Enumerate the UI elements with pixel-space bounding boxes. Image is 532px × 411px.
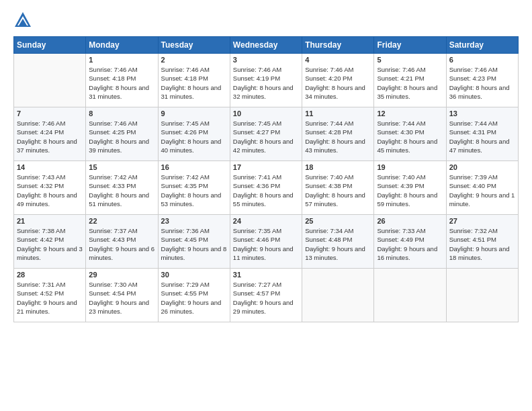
day-info: Sunrise: 7:38 AMSunset: 4:42 PMDaylight:… [17, 226, 83, 262]
calendar-cell: 27Sunrise: 7:32 AMSunset: 4:51 PMDayligh… [446, 215, 518, 269]
calendar-week-row: 28Sunrise: 7:31 AMSunset: 4:52 PMDayligh… [14, 269, 519, 322]
calendar-cell: 7Sunrise: 7:46 AMSunset: 4:24 PMDaylight… [14, 107, 86, 161]
calendar-cell: 8Sunrise: 7:46 AMSunset: 4:25 PMDaylight… [86, 107, 158, 161]
calendar-cell [14, 54, 86, 107]
day-number: 21 [17, 217, 83, 225]
day-info: Sunrise: 7:35 AMSunset: 4:46 PMDaylight:… [233, 226, 299, 262]
day-number: 13 [449, 109, 515, 118]
day-number: 3 [233, 56, 299, 64]
day-info: Sunrise: 7:41 AMSunset: 4:36 PMDaylight:… [233, 173, 299, 208]
calendar-cell: 12Sunrise: 7:44 AMSunset: 4:30 PMDayligh… [374, 107, 446, 161]
day-number: 19 [377, 163, 443, 171]
calendar-cell: 1Sunrise: 7:46 AMSunset: 4:18 PMDaylight… [86, 54, 158, 107]
day-info: Sunrise: 7:43 AMSunset: 4:32 PMDaylight:… [17, 173, 83, 208]
day-info: Sunrise: 7:42 AMSunset: 4:33 PMDaylight:… [89, 173, 154, 208]
day-number: 4 [305, 56, 371, 64]
calendar-cell: 10Sunrise: 7:45 AMSunset: 4:27 PMDayligh… [230, 107, 302, 161]
calendar-cell: 18Sunrise: 7:40 AMSunset: 4:38 PMDayligh… [302, 161, 374, 215]
header [13, 11, 519, 30]
weekday-header: Tuesday [158, 37, 230, 54]
day-number: 23 [161, 217, 227, 225]
day-info: Sunrise: 7:45 AMSunset: 4:27 PMDaylight:… [233, 119, 299, 154]
calendar-cell: 3Sunrise: 7:46 AMSunset: 4:19 PMDaylight… [230, 54, 302, 107]
calendar-table: SundayMondayTuesdayWednesdayThursdayFrid… [13, 36, 519, 322]
day-info: Sunrise: 7:46 AMSunset: 4:21 PMDaylight:… [377, 65, 443, 101]
calendar-cell: 26Sunrise: 7:33 AMSunset: 4:49 PMDayligh… [374, 215, 446, 269]
day-info: Sunrise: 7:37 AMSunset: 4:43 PMDaylight:… [89, 226, 154, 262]
day-info: Sunrise: 7:36 AMSunset: 4:45 PMDaylight:… [161, 226, 227, 262]
calendar-cell: 20Sunrise: 7:39 AMSunset: 4:40 PMDayligh… [446, 161, 518, 215]
calendar-cell: 29Sunrise: 7:30 AMSunset: 4:54 PMDayligh… [86, 269, 158, 322]
day-info: Sunrise: 7:46 AMSunset: 4:19 PMDaylight:… [233, 65, 299, 101]
day-info: Sunrise: 7:46 AMSunset: 4:18 PMDaylight:… [161, 65, 227, 101]
day-number: 11 [305, 109, 371, 118]
calendar-cell: 23Sunrise: 7:36 AMSunset: 4:45 PMDayligh… [158, 215, 230, 269]
day-number: 8 [89, 109, 154, 118]
calendar-cell: 5Sunrise: 7:46 AMSunset: 4:21 PMDaylight… [374, 54, 446, 107]
day-info: Sunrise: 7:46 AMSunset: 4:23 PMDaylight:… [449, 65, 515, 101]
calendar-cell: 17Sunrise: 7:41 AMSunset: 4:36 PMDayligh… [230, 161, 302, 215]
day-number: 7 [17, 109, 83, 118]
calendar-cell: 16Sunrise: 7:42 AMSunset: 4:35 PMDayligh… [158, 161, 230, 215]
day-number: 15 [89, 163, 154, 171]
weekday-header: Friday [374, 37, 446, 54]
day-number: 20 [449, 163, 515, 171]
calendar-cell: 13Sunrise: 7:44 AMSunset: 4:31 PMDayligh… [446, 107, 518, 161]
day-number: 22 [89, 217, 154, 225]
day-info: Sunrise: 7:34 AMSunset: 4:48 PMDaylight:… [305, 226, 371, 262]
day-info: Sunrise: 7:32 AMSunset: 4:51 PMDaylight:… [449, 226, 515, 262]
day-number: 27 [449, 217, 515, 225]
day-info: Sunrise: 7:42 AMSunset: 4:35 PMDaylight:… [161, 173, 227, 208]
calendar-cell: 9Sunrise: 7:45 AMSunset: 4:26 PMDaylight… [158, 107, 230, 161]
calendar-cell: 24Sunrise: 7:35 AMSunset: 4:46 PMDayligh… [230, 215, 302, 269]
day-number: 25 [305, 217, 371, 225]
calendar-week-row: 7Sunrise: 7:46 AMSunset: 4:24 PMDaylight… [14, 107, 519, 161]
day-info: Sunrise: 7:45 AMSunset: 4:26 PMDaylight:… [161, 119, 227, 154]
day-number: 17 [233, 163, 299, 171]
day-info: Sunrise: 7:30 AMSunset: 4:54 PMDaylight:… [89, 280, 154, 316]
calendar-cell [446, 269, 518, 322]
calendar-cell: 22Sunrise: 7:37 AMSunset: 4:43 PMDayligh… [86, 215, 158, 269]
day-info: Sunrise: 7:44 AMSunset: 4:28 PMDaylight:… [305, 119, 371, 154]
calendar-week-row: 14Sunrise: 7:43 AMSunset: 4:32 PMDayligh… [14, 161, 519, 215]
day-number: 9 [161, 109, 227, 118]
day-number: 26 [377, 217, 443, 225]
day-number: 6 [449, 56, 515, 64]
day-number: 16 [161, 163, 227, 171]
day-number: 30 [161, 271, 227, 279]
day-info: Sunrise: 7:39 AMSunset: 4:40 PMDaylight:… [449, 173, 515, 208]
calendar-cell: 15Sunrise: 7:42 AMSunset: 4:33 PMDayligh… [86, 161, 158, 215]
weekday-header: Saturday [446, 37, 518, 54]
day-info: Sunrise: 7:46 AMSunset: 4:20 PMDaylight:… [305, 65, 371, 101]
calendar-week-row: 21Sunrise: 7:38 AMSunset: 4:42 PMDayligh… [14, 215, 519, 269]
weekday-header: Sunday [14, 37, 86, 54]
day-info: Sunrise: 7:40 AMSunset: 4:38 PMDaylight:… [305, 173, 371, 208]
weekday-header: Wednesday [230, 37, 302, 54]
day-info: Sunrise: 7:46 AMSunset: 4:25 PMDaylight:… [89, 119, 154, 154]
calendar-cell [374, 269, 446, 322]
day-info: Sunrise: 7:44 AMSunset: 4:31 PMDaylight:… [449, 119, 515, 154]
weekday-header-row: SundayMondayTuesdayWednesdayThursdayFrid… [14, 37, 519, 54]
weekday-header: Monday [86, 37, 158, 54]
day-number: 28 [17, 271, 83, 279]
calendar-cell: 4Sunrise: 7:46 AMSunset: 4:20 PMDaylight… [302, 54, 374, 107]
day-info: Sunrise: 7:27 AMSunset: 4:57 PMDaylight:… [233, 280, 299, 316]
day-number: 5 [377, 56, 443, 64]
day-number: 1 [89, 56, 154, 64]
calendar-cell [302, 269, 374, 322]
day-number: 18 [305, 163, 371, 171]
calendar-cell: 21Sunrise: 7:38 AMSunset: 4:42 PMDayligh… [14, 215, 86, 269]
weekday-header: Thursday [302, 37, 374, 54]
day-number: 12 [377, 109, 443, 118]
calendar-cell: 6Sunrise: 7:46 AMSunset: 4:23 PMDaylight… [446, 54, 518, 107]
calendar-cell: 19Sunrise: 7:40 AMSunset: 4:39 PMDayligh… [374, 161, 446, 215]
day-number: 24 [233, 217, 299, 225]
calendar-cell: 28Sunrise: 7:31 AMSunset: 4:52 PMDayligh… [14, 269, 86, 322]
day-info: Sunrise: 7:33 AMSunset: 4:49 PMDaylight:… [377, 226, 443, 262]
calendar-cell: 30Sunrise: 7:29 AMSunset: 4:55 PMDayligh… [158, 269, 230, 322]
day-info: Sunrise: 7:46 AMSunset: 4:24 PMDaylight:… [17, 119, 83, 154]
day-number: 10 [233, 109, 299, 118]
calendar-week-row: 1Sunrise: 7:46 AMSunset: 4:18 PMDaylight… [14, 54, 519, 107]
day-number: 14 [17, 163, 83, 171]
day-info: Sunrise: 7:46 AMSunset: 4:18 PMDaylight:… [89, 65, 154, 101]
